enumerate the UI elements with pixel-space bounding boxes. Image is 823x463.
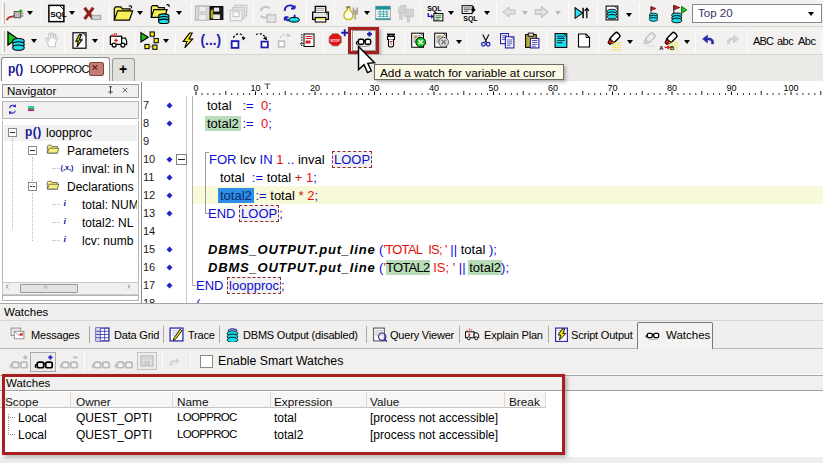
svg-text:SQL: SQL [50, 10, 67, 19]
svg-text:80: 80 [667, 83, 677, 93]
svg-text:20: 20 [310, 83, 320, 93]
svg-text:B: B [670, 45, 674, 51]
svg-text:A: A [659, 45, 663, 51]
svg-text:i: i [64, 234, 67, 244]
svg-text:SQL: SQL [427, 5, 442, 13]
svg-text:(...): (...) [201, 33, 222, 48]
svg-text:STOP: STOP [331, 39, 341, 43]
svg-text:70: 70 [607, 83, 617, 93]
svg-text:100: 100 [783, 83, 798, 93]
svg-text:i: i [64, 216, 67, 226]
svg-text:30: 30 [369, 83, 379, 93]
svg-text:10: 10 [250, 83, 260, 93]
svg-text:SQL: SQL [463, 15, 478, 23]
svg-text:50: 50 [488, 83, 498, 93]
svg-text:40: 40 [429, 83, 439, 93]
svg-text:60: 60 [548, 83, 558, 93]
svg-text:T: T [390, 40, 393, 46]
svg-text:0: 0 [193, 83, 198, 93]
svg-text:90: 90 [726, 83, 736, 93]
svg-text:(,x,): (,x,) [61, 163, 75, 172]
svg-text:i: i [64, 198, 67, 208]
